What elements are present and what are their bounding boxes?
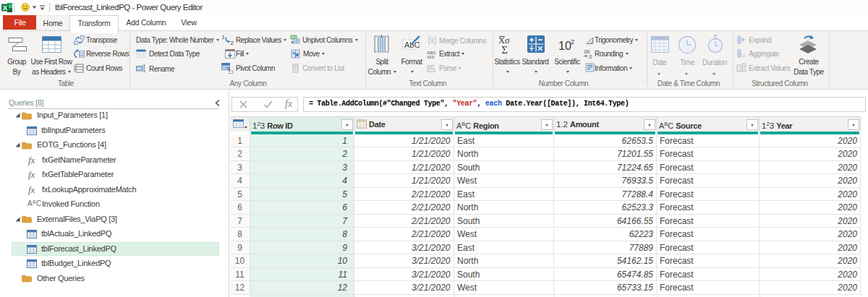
svg-text:1: 1 [222, 34, 226, 40]
svg-text:2: 2 [571, 38, 574, 46]
svg-text:123: 123 [427, 55, 435, 59]
svg-text:Σ: Σ [502, 44, 508, 54]
svg-text:X: X [3, 4, 8, 12]
svg-text:.0: .0 [588, 54, 592, 59]
svg-text:σ: σ [742, 51, 746, 58]
svg-text:2: 2 [231, 40, 234, 46]
svg-text:10: 10 [558, 40, 571, 52]
svg-text:abc: abc [427, 64, 435, 69]
